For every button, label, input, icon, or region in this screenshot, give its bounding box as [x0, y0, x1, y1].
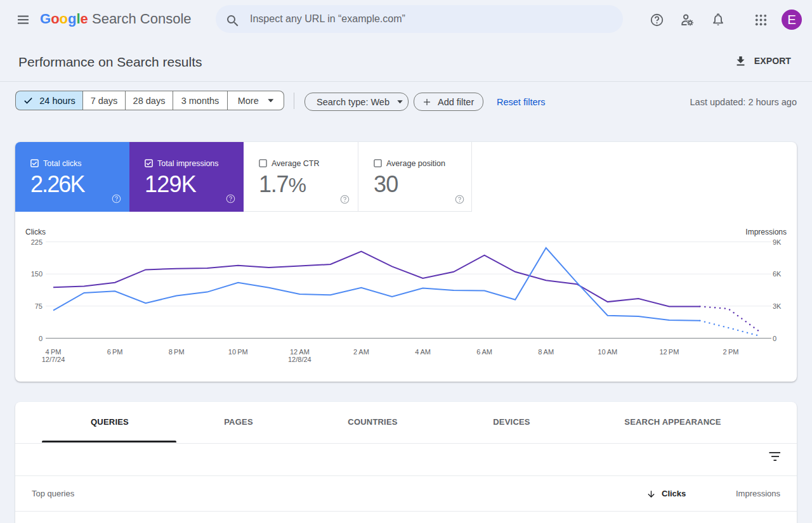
svg-text:4 PM: 4 PM: [46, 348, 62, 356]
svg-text:150: 150: [31, 270, 43, 278]
svg-text:10 AM: 10 AM: [598, 348, 617, 356]
svg-text:0: 0: [773, 335, 776, 342]
svg-text:8 PM: 8 PM: [169, 348, 185, 356]
svg-text:6 AM: 6 AM: [476, 348, 492, 356]
svg-text:75: 75: [35, 302, 43, 310]
svg-text:12 AM: 12 AM: [290, 348, 310, 356]
svg-text:2 PM: 2 PM: [723, 348, 739, 356]
svg-text:0: 0: [39, 335, 43, 342]
svg-text:4 AM: 4 AM: [415, 348, 431, 356]
svg-text:10 PM: 10 PM: [228, 348, 248, 356]
svg-text:9K: 9K: [773, 238, 782, 246]
svg-text:3K: 3K: [773, 302, 782, 310]
svg-text:12 PM: 12 PM: [659, 348, 679, 356]
svg-text:6 PM: 6 PM: [107, 348, 123, 356]
svg-text:8 AM: 8 AM: [538, 348, 554, 356]
svg-text:Impressions: Impressions: [745, 228, 787, 236]
svg-text:225: 225: [31, 238, 43, 246]
svg-text:12/7/24: 12/7/24: [42, 356, 65, 363]
svg-text:6K: 6K: [773, 270, 782, 278]
svg-text:12/8/24: 12/8/24: [288, 356, 311, 363]
svg-text:Clicks: Clicks: [25, 228, 46, 236]
svg-text:2 AM: 2 AM: [353, 348, 369, 356]
